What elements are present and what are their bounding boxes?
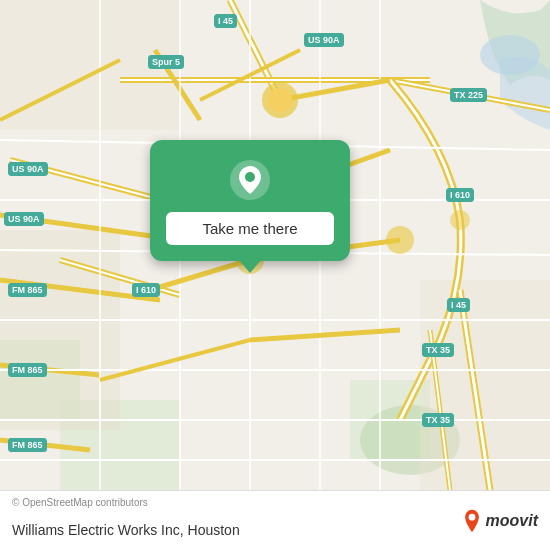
moovit-logo: moovit bbox=[462, 509, 538, 533]
road-label-i610-left: I 610 bbox=[132, 283, 160, 297]
road-label-spur5: Spur 5 bbox=[148, 55, 184, 69]
svg-point-52 bbox=[450, 210, 470, 230]
svg-point-1 bbox=[480, 35, 540, 75]
road-label-fm865-left: FM 865 bbox=[8, 283, 47, 297]
moovit-brand-text: moovit bbox=[486, 512, 538, 530]
road-label-tx35-right: TX 35 bbox=[422, 343, 454, 357]
location-popup: Take me there bbox=[150, 140, 350, 261]
moovit-pin-icon bbox=[462, 509, 482, 533]
map-attribution: © OpenStreetMap contributors bbox=[12, 497, 148, 508]
road-label-tx35-right2: TX 35 bbox=[422, 413, 454, 427]
road-label-us90a-left2: US 90A bbox=[4, 212, 44, 226]
road-label-us90a-left: US 90A bbox=[8, 162, 48, 176]
road-label-i45-top: I 45 bbox=[214, 14, 237, 28]
take-me-there-button[interactable]: Take me there bbox=[166, 212, 334, 245]
svg-point-51 bbox=[386, 226, 414, 254]
svg-point-49 bbox=[268, 88, 292, 112]
road-label-i610-right: I 610 bbox=[446, 188, 474, 202]
bottom-bar: © OpenStreetMap contributors Williams El… bbox=[0, 490, 550, 550]
road-label-us90a-top: US 90A bbox=[304, 33, 344, 47]
road-label-tx225: TX 225 bbox=[450, 88, 487, 102]
location-pin-icon bbox=[228, 158, 272, 202]
place-name: Williams Electric Works Inc, Houston bbox=[12, 522, 240, 538]
map-container: I 45 US 90A Spur 5 TX 225 US 90A US 90A … bbox=[0, 0, 550, 490]
road-label-fm865-left2: FM 865 bbox=[8, 363, 47, 377]
svg-point-55 bbox=[468, 513, 475, 520]
road-label-fm865-left3: FM 865 bbox=[8, 438, 47, 452]
svg-point-54 bbox=[245, 172, 255, 182]
road-label-i45-right: I 45 bbox=[447, 298, 470, 312]
